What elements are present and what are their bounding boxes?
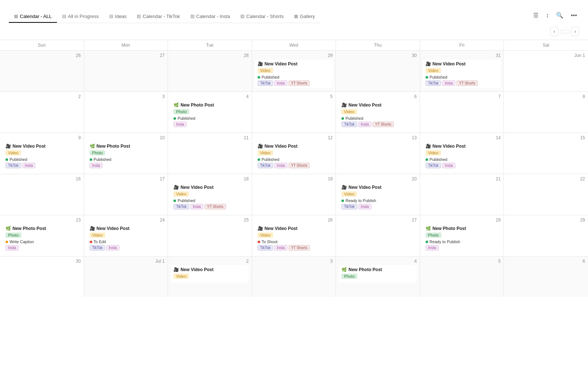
status-row: Published (173, 198, 246, 203)
sort-button[interactable]: ↕ (544, 11, 551, 20)
platform-tag[interactable]: YT Shorts (373, 122, 394, 127)
status-label: Published (178, 198, 195, 203)
platform-tag[interactable]: TikTok (90, 245, 105, 251)
event-title-text: New Video Post (265, 61, 298, 66)
status-row: Published (90, 157, 162, 162)
platform-tag[interactable]: Insta (22, 163, 36, 168)
day-num-label: 4 (171, 94, 249, 99)
platform-tag[interactable]: TikTok (341, 204, 357, 209)
day-number: 29 (255, 53, 333, 58)
platform-tag[interactable]: TikTok (258, 245, 273, 251)
day-number: 28 (423, 217, 501, 223)
platform-tag[interactable]: Insta (6, 245, 19, 251)
event-emoji: 🎥 (173, 185, 179, 190)
cal-cell-5-2: 2 🎥 New Video Post Video (168, 256, 252, 297)
event-card-4-0-0[interactable]: 🌿 New Photo Post Photo Write Caption Ins… (3, 224, 81, 252)
day-num-label: 16 (3, 176, 81, 181)
platform-tag[interactable]: Insta (274, 245, 287, 251)
nav-tab-ideas[interactable]: ▤Ideas (104, 11, 132, 23)
event-card-4-5-0[interactable]: 🌿 New Photo Post Photo Ready to Publish … (423, 224, 501, 252)
platform-tag[interactable]: YT Shorts (288, 245, 310, 251)
day-num-label: 20 (339, 176, 417, 181)
event-card-2-0-0[interactable]: 🎥 New Video Post Video Published TikTokI… (3, 142, 81, 170)
day-num-label: 28 (171, 53, 249, 58)
event-card-2-1-0[interactable]: 🌿 New Photo Post Photo Published Insta (87, 142, 165, 170)
event-card-2-3-0[interactable]: 🎥 New Video Post Video Published TikTokI… (255, 142, 333, 170)
platform-tag[interactable]: TikTok (173, 204, 189, 209)
platform-tag[interactable]: YT Shorts (456, 80, 478, 86)
platform-tag[interactable]: TikTok (426, 163, 441, 168)
platform-tag[interactable]: YT Shorts (288, 163, 310, 168)
day-num-label: 25 (171, 217, 249, 223)
day-num-label: 27 (339, 217, 417, 223)
cal-cell-0-2: 28 (168, 51, 252, 91)
platform-tag[interactable]: TikTok (341, 122, 357, 127)
platform-tag[interactable]: Insta (173, 122, 187, 127)
day-num-label: 18 (171, 176, 249, 181)
status-label: Published (430, 75, 447, 79)
event-emoji: 🎥 (426, 61, 431, 66)
platform-tag[interactable]: Insta (358, 122, 372, 127)
platform-tag[interactable]: YT Shorts (204, 204, 226, 209)
event-card-2-5-0[interactable]: 🎥 New Video Post Video Published TikTokI… (423, 142, 501, 170)
nav-tab-calendar-insta[interactable]: ▨Calendar - Insta (185, 11, 236, 23)
platform-tag[interactable]: Insta (426, 245, 439, 251)
platform-tag[interactable]: Insta (106, 245, 119, 251)
event-card-1-4-0[interactable]: 🎥 New Video Post Video Published TikTokI… (339, 101, 417, 129)
platform-tag[interactable]: Insta (274, 163, 287, 168)
platform-tag[interactable]: Insta (274, 80, 287, 86)
platform-tag[interactable]: Insta (442, 80, 455, 86)
event-title-text: New Video Post (433, 61, 466, 66)
nav-tab-calendar-tiktok[interactable]: ▨Calendar - TikTok (132, 11, 185, 23)
platform-tag[interactable]: Insta (358, 204, 372, 209)
day-num-label: 9 (3, 135, 81, 140)
event-title-text: New Photo Post (433, 226, 466, 231)
filter-button[interactable]: ☰ (531, 10, 541, 20)
nav-tab-calendar-all[interactable]: ▦Calendar - ALL (9, 11, 57, 23)
platform-tag[interactable]: Insta (90, 163, 103, 168)
event-title: 🎥 New Video Post (6, 144, 78, 149)
platform-tag[interactable]: YT Shorts (288, 80, 310, 86)
type-tag: Video (258, 233, 273, 238)
day-number: 30 (339, 53, 417, 58)
more-button[interactable]: ••• (569, 11, 579, 20)
event-card-4-1-0[interactable]: 🎥 New Video Post Video To Edit TikTokIns… (87, 224, 165, 252)
cal-cell-2-5: 14 🎥 New Video Post Video Published TikT… (420, 133, 504, 174)
status-row: Published (341, 116, 414, 120)
nav-tab-icon: ▨ (137, 14, 141, 19)
event-card-3-4-0[interactable]: 🎥 New Video Post Video Ready to Publish … (339, 183, 417, 211)
day-number: 28 (171, 53, 249, 58)
event-card-0-3-0[interactable]: 🎥 New Video Post Video Published TikTokI… (255, 60, 333, 88)
event-card-3-2-0[interactable]: 🎥 New Video Post Video Published TikTokI… (171, 183, 249, 211)
platform-tag[interactable]: TikTok (6, 163, 21, 168)
prev-button[interactable]: ‹ (550, 27, 558, 36)
search-button[interactable]: 🔍 (554, 10, 566, 20)
nav-tab-calendar-shorts[interactable]: ▨Calendar - Shorts (235, 11, 289, 23)
event-card-5-2-0[interactable]: 🎥 New Video Post Video (171, 265, 249, 283)
event-card-5-4-0[interactable]: 🌿 New Photo Post Photo (339, 265, 417, 283)
type-tag: Video (173, 191, 189, 197)
event-card-1-2-0[interactable]: 🌿 New Photo Post Photo Published Insta (171, 101, 249, 129)
event-emoji: 🌿 (90, 144, 95, 149)
type-tag: Video (6, 150, 21, 155)
platform-tag[interactable]: TikTok (426, 80, 441, 86)
nav-tab-gallery[interactable]: ▦Gallery (289, 11, 320, 23)
platform-tag[interactable]: Insta (442, 163, 455, 168)
event-card-0-5-0[interactable]: 🎥 New Video Post Video Published TikTokI… (423, 60, 501, 88)
platform-tag[interactable]: Insta (190, 204, 204, 209)
day-number: 30 (3, 259, 81, 264)
status-dot (173, 199, 176, 202)
event-title: 🎥 New Video Post (173, 267, 246, 272)
platform-tag[interactable]: TikTok (258, 163, 273, 168)
platform-tag[interactable]: TikTok (258, 80, 273, 86)
today-button[interactable] (560, 30, 570, 33)
status-dot (6, 158, 8, 161)
event-card-4-3-0[interactable]: 🎥 New Video Post Video To Shoot TikTokIn… (255, 224, 333, 252)
nav-tab-label: All in Progress (68, 14, 99, 19)
nav-tab-icon: ▤ (109, 14, 113, 19)
next-button[interactable]: › (571, 27, 579, 36)
nav-tab-all-in-progress[interactable]: ▤All in Progress (57, 11, 104, 23)
day-number: 19 (255, 176, 333, 181)
type-tag: Photo (6, 233, 21, 238)
event-title-text: New Video Post (180, 267, 214, 272)
